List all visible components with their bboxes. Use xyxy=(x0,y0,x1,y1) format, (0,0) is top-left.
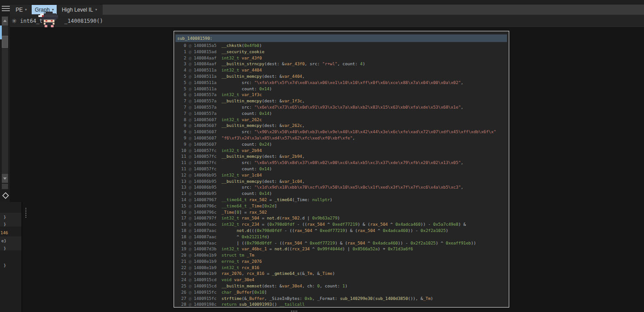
function-signature-bar: ✳ int64_t t_140081590() xyxy=(10,15,644,28)
hlil-line[interactable]: 20 @ 14008e1b9 struct tm _Tm xyxy=(174,252,509,258)
hlil-line[interactable]: 22 @ 14008e1b9 int32_t rcx_816 xyxy=(174,265,509,271)
hlil-rows: 0 @ 1400815a5 __chkstk(0x4fb0) 1 @ 14008… xyxy=(174,42,509,308)
hlil-line[interactable]: 13 @ 140086b95 __builtin_memcpy(dest: &v… xyxy=(174,178,509,185)
hlil-line[interactable]: 4 @ 14008511a int32_t var_4404 xyxy=(174,67,509,73)
hlil-line[interactable]: 8 @ 140085607 int32_t var_262c xyxy=(174,117,509,123)
hlil-line[interactable]: 9 @ 140085607 "f6\xf3\x24\x3a\x85\xd4\x5… xyxy=(174,135,509,141)
hlil-line[interactable]: 11 @ 1400857fc src: "\x0a\x95\x50\x8d\x3… xyxy=(174,160,509,166)
hlil-line[interactable]: 3 @ 140084aaf __builtin_strncpy(dest: &v… xyxy=(174,61,509,67)
clipped-code-fragment[interactable]: } xyxy=(4,262,6,269)
hlil-line[interactable]: 15 @ 14008796c __time64_t _Time[0x2d] xyxy=(174,203,509,209)
hlil-line[interactable]: 19 @ 140087d3b int32_t var_46bc_1 = not.… xyxy=(174,246,509,252)
hlil-line[interactable]: 5 @ 14008511a __builtin_memcpy(dest: &va… xyxy=(174,73,509,80)
graph-view-dropdown[interactable]: Graph ▾ xyxy=(32,5,57,14)
triangle-down-icon xyxy=(3,177,7,180)
hlil-line[interactable]: 13 @ 140086b95 count: 0x14) xyxy=(174,190,509,197)
clipped-side-panel[interactable]: }}146e}}} xyxy=(0,202,22,312)
clipped-code-fragment[interactable]: e} xyxy=(1,238,6,244)
hlil-line[interactable]: 18 @ 140087aac | ((0x798d0fdf - ((rax_50… xyxy=(174,240,509,246)
hlil-line[interactable]: 12 @ 140086b95 int32_t var_1c04 xyxy=(174,172,509,178)
view-header-bar: PE ▾ Graph ▾ High Level IL ▾ xyxy=(10,4,644,15)
hlil-line[interactable]: 14 @ 140087967 __time64_t rax_502 = _tim… xyxy=(174,197,509,203)
scrollbar-thumb[interactable] xyxy=(2,36,8,48)
scroll-down-button[interactable] xyxy=(2,174,8,183)
hlil-line[interactable]: 9 @ 140085607 count: 0x24) xyxy=(174,141,509,148)
hlil-line[interactable]: 23 @ 14008e1b9 rax_2076, rcx_816 = _gmti… xyxy=(174,270,509,277)
hlil-line[interactable]: 11 @ 1400857fc count: 0x14) xyxy=(174,166,509,172)
hlil-line[interactable]: 16 @ 14008796c _Time[0] = rax_502 xyxy=(174,209,509,215)
hlil-line[interactable]: 11 @ 1400857fc __builtin_memcpy(dest: &v… xyxy=(174,153,509,160)
window-top-strip xyxy=(10,0,644,4)
hlil-line[interactable]: 18 @ 140087aac ^ 0xb21211fd) xyxy=(174,234,509,240)
hlil-line[interactable]: 7 @ 14008557a count: 0x14) xyxy=(174,110,509,117)
hlil-line[interactable]: 27 @ 1400915fc strftime(&_Buffer, _SizeI… xyxy=(174,295,509,302)
hlil-line[interactable]: 17 @ 14008797f int32_t rax_504 = not.d(r… xyxy=(174,215,509,221)
clipped-code-fragment[interactable]: 146 xyxy=(0,230,8,236)
hlil-line[interactable]: 21 @ 14008e1b9 errno_t rax_2076 xyxy=(174,258,509,265)
chevron-down-icon: ▾ xyxy=(95,8,97,12)
graph-canvas[interactable]: sub_140081590: 0 @ 1400815a5 __chkstk(0x… xyxy=(10,28,644,312)
chevron-down-icon: ▾ xyxy=(52,8,54,12)
hlil-line[interactable]: 10 @ 1400857fc int32_t var_2b94 xyxy=(174,148,509,154)
tag-diamond-icon[interactable] xyxy=(1,191,9,199)
hlil-line[interactable]: 18 @ 140087aac int32_t rcx_234 = (0x798d… xyxy=(174,221,509,228)
graph-node-sub-140081590[interactable]: sub_140081590: 0 @ 1400815a5 __chkstk(0x… xyxy=(174,31,509,308)
hlil-line[interactable]: 7 @ 14008557a __builtin_memcpy(dest: &va… xyxy=(174,98,509,104)
hlil-line[interactable]: 0 @ 1400815a5 __chkstk(0x4fb0) xyxy=(174,42,509,49)
clipped-code-fragment[interactable]: } xyxy=(4,245,6,252)
hlil-line[interactable]: 2 @ 140084aaf int32_t var_43f0 xyxy=(174,55,509,61)
hlil-line[interactable]: 7 @ 14008557a src: "\x6e\xd7\x73\x65\x0d… xyxy=(174,104,509,110)
binary-view-label: PE xyxy=(16,7,23,13)
view-controls-group: PE ▾ Graph ▾ High Level IL ▾ xyxy=(10,4,103,15)
il-level-label: High Level IL xyxy=(62,7,93,13)
hlil-line[interactable]: 26 @ 1400915fc char _Buffer[0x10] xyxy=(174,289,509,295)
scrollbar-corner xyxy=(2,184,8,189)
graph-view-label: Graph xyxy=(35,7,50,13)
hlil-line[interactable]: 25 @ 1400915cd __builtin_memset(dest: &v… xyxy=(174,283,509,289)
graph-edge-stub xyxy=(291,311,298,312)
hlil-line[interactable]: 5 @ 14008511a src: "\xfa\xbf\x5f\x7d\xe8… xyxy=(174,80,509,86)
function-signature[interactable]: int64_t t_140081590() xyxy=(20,18,103,24)
hlil-line[interactable]: 18 @ 140087aac not.d(((0x798d0fdf - ((ra… xyxy=(174,228,509,234)
basic-block-header[interactable]: sub_140081590: xyxy=(175,34,507,42)
hlil-line[interactable]: 5 @ 14008511a count: 0x14) xyxy=(174,86,509,92)
triangle-up-icon xyxy=(3,20,7,22)
hlil-line[interactable]: 1 @ 1400815ad __security_cookie xyxy=(174,49,509,55)
pane-splitter-handle[interactable] xyxy=(25,208,27,219)
sidebar-scrollbar[interactable] xyxy=(2,17,8,183)
clipped-code-fragment[interactable]: } xyxy=(4,214,6,220)
function-status-icon: ✳ xyxy=(12,17,17,25)
hlil-line[interactable]: 28 @ 14009198c return sub_140091993() __… xyxy=(174,301,509,308)
scroll-up-button[interactable] xyxy=(2,17,8,25)
hlil-line[interactable]: 13 @ 140086b95 src: "\x1d\x9d\x18\xbb\x7… xyxy=(174,184,509,190)
hlil-line[interactable]: 9 @ 140085607 src: "\x90\x20\x50\x40\x0d… xyxy=(174,129,509,135)
hlil-line[interactable]: 6 @ 14008557a int32_t var_1f3c xyxy=(174,92,509,98)
binary-view-dropdown[interactable]: PE ▾ xyxy=(12,5,30,14)
hlil-line[interactable]: 9 @ 140085607 __builtin_memcpy(dest: &va… xyxy=(174,122,509,129)
hlil-line[interactable]: 24 @ 1400915cd void var_30e4 xyxy=(174,277,509,283)
menu-icon[interactable] xyxy=(2,6,10,13)
chevron-down-icon: ▾ xyxy=(25,8,27,12)
clipped-code-fragment[interactable]: } xyxy=(4,221,6,228)
il-level-dropdown[interactable]: High Level IL ▾ xyxy=(58,5,100,14)
